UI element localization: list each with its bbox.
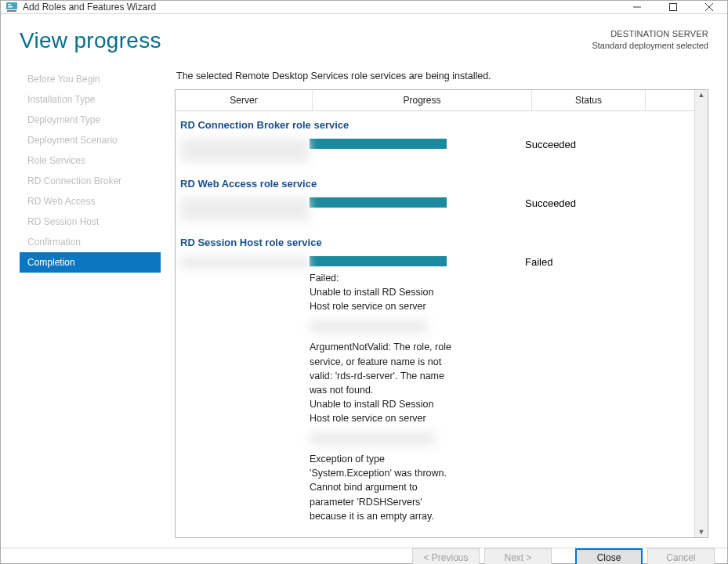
page-description: The selected Remote Desktop Services rol…: [176, 70, 708, 81]
step-confirmation: Confirmation: [20, 232, 161, 252]
server-name-redacted: [180, 139, 310, 162]
step-before-you-begin: Before You Begin: [20, 69, 161, 89]
wizard-page: View progress DESTINATION SERVER Standar…: [1, 14, 727, 548]
blurred-server-name: [310, 432, 435, 446]
blurred-server-name: [180, 139, 310, 162]
error-line: Unable to install RD Session Host role s…: [310, 399, 433, 424]
step-completion[interactable]: Completion: [20, 252, 161, 273]
server-name-redacted: [180, 197, 310, 221]
col-header-status: Status: [532, 90, 646, 110]
close-window-button[interactable]: [691, 1, 727, 13]
status-text: Succeeded: [525, 139, 635, 150]
blurred-server-name: [180, 197, 310, 221]
error-line: Unable to install RD Session Host role s…: [310, 287, 433, 312]
grid-header: Server Progress Status: [176, 90, 694, 111]
svg-rect-2: [8, 6, 13, 8]
server-name-redacted: [180, 256, 310, 269]
progress-cell: [310, 139, 525, 149]
window-controls: [619, 1, 727, 13]
close-button[interactable]: Close: [575, 548, 643, 564]
step-role-services: Role Services: [20, 150, 161, 171]
col-header-progress: Progress: [313, 90, 532, 110]
maximize-button[interactable]: [655, 1, 691, 13]
destination-label: DESTINATION SERVER: [592, 28, 708, 40]
titlebar: Add Roles and Features Wizard: [1, 1, 727, 14]
destination-value: Standard deployment selected: [592, 40, 708, 52]
progress-cell: [310, 197, 525, 208]
progress-cell: Failed: Unable to install RD Session Hos…: [310, 256, 525, 530]
error-text: Failed: Unable to install RD Session Hos…: [310, 271, 455, 523]
minimize-button[interactable]: [619, 1, 655, 13]
blurred-server-name: [310, 320, 427, 334]
progress-grid: Server Progress Status RD Connection Bro…: [175, 89, 708, 538]
section-title-rd-web-access: RD Web Access role service: [176, 170, 694, 194]
scroll-up-icon[interactable]: ▲: [698, 92, 705, 99]
main-content: The selected Remote Desktop Services rol…: [161, 67, 708, 538]
section-title-rd-connection-broker: RD Connection Broker role service: [176, 111, 694, 136]
step-installation-type: Installation Type: [20, 89, 161, 110]
previous-button: < Previous: [412, 548, 480, 564]
error-line: Failed:: [310, 273, 339, 284]
page-header: View progress DESTINATION SERVER Standar…: [20, 28, 708, 53]
step-deployment-type: Deployment Type: [20, 110, 161, 130]
error-line: ArgumentNotValid: The role, role service…: [310, 342, 451, 395]
progress-bar: [310, 256, 447, 266]
next-button: Next >: [484, 548, 552, 564]
step-rd-session-host: RD Session Host: [20, 212, 161, 232]
vertical-scrollbar[interactable]: ▲ ▼: [694, 90, 708, 537]
step-rd-connection-broker: RD Connection Broker: [20, 171, 161, 191]
blurred-server-name: [180, 256, 310, 269]
window-title: Add Roles and Features Wizard: [23, 2, 619, 13]
wizard-footer: < Previous Next > Close Cancel: [1, 548, 727, 564]
error-line: Cannot bind argument to parameter 'RDSHS…: [310, 482, 434, 521]
col-header-server: Server: [176, 90, 313, 110]
service-row-rd-web-access: Succeeded: [176, 194, 694, 229]
svg-rect-3: [7, 10, 16, 12]
svg-rect-1: [8, 4, 11, 5]
status-text: Succeeded: [525, 197, 635, 209]
col-header-spacer: [646, 90, 694, 110]
progress-bar: [310, 139, 447, 149]
svg-rect-5: [670, 4, 677, 11]
error-line: Exception of type 'System.Exception' was…: [310, 454, 447, 479]
grid-content: Server Progress Status RD Connection Bro…: [176, 90, 694, 537]
service-row-rd-connection-broker: Succeeded: [176, 136, 694, 170]
cancel-button: Cancel: [647, 548, 715, 564]
page-body: Before You Begin Installation Type Deplo…: [20, 67, 708, 538]
server-manager-icon: [5, 1, 18, 13]
wizard-window: Add Roles and Features Wizard View progr…: [0, 0, 728, 564]
page-title: View progress: [20, 28, 592, 53]
destination-info: DESTINATION SERVER Standard deployment s…: [592, 28, 708, 52]
status-text: Failed: [525, 256, 635, 268]
step-deployment-scenario: Deployment Scenario: [20, 130, 161, 150]
svg-rect-0: [6, 2, 17, 9]
steps-sidebar: Before You Begin Installation Type Deplo…: [20, 67, 161, 538]
section-title-rd-session-host: RD Session Host role service: [176, 229, 694, 253]
scroll-down-icon[interactable]: ▼: [698, 529, 705, 536]
step-rd-web-access: RD Web Access: [20, 191, 161, 212]
service-row-rd-session-host: Failed: Unable to install RD Session Hos…: [176, 253, 694, 537]
progress-bar: [310, 197, 447, 208]
